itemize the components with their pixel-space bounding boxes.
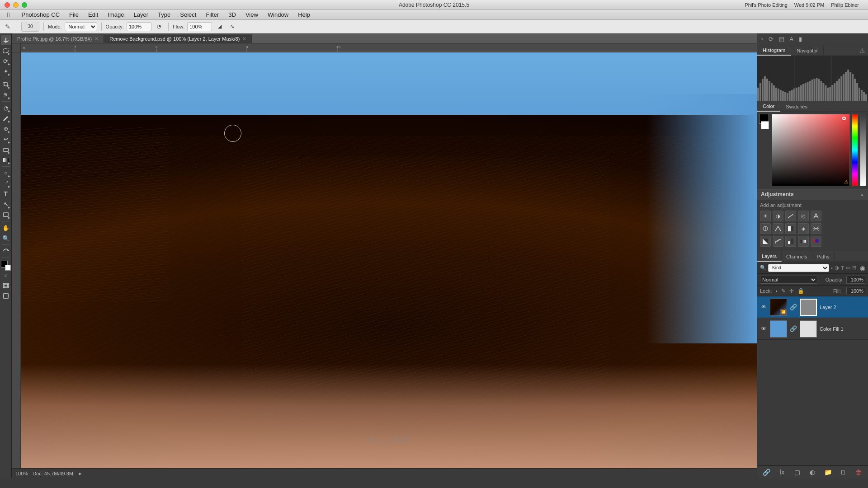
menu-select[interactable]: Select [176, 10, 200, 19]
tool-clone-stamp[interactable]: ⊕ ▶ [1, 124, 11, 134]
brush-preset-picker[interactable]: 30 [21, 22, 39, 32]
layers-tab-channels[interactable]: Channels [782, 251, 812, 262]
add-style-button[interactable]: fx [777, 467, 787, 477]
background-color-swatch[interactable] [761, 121, 769, 129]
layers-filter-pixel-icon[interactable]: ▪ [831, 265, 833, 271]
adj-invert[interactable] [760, 236, 771, 247]
tool-dodge[interactable]: ○ ▶ [1, 168, 11, 178]
canvas-container[interactable]: ⬟ 人人素材 [21, 52, 757, 468]
adj-channel-mixer[interactable] [811, 223, 821, 234]
tab-close-icon[interactable]: ✕ [94, 36, 98, 41]
tab-close-icon[interactable]: ✕ [242, 36, 246, 41]
layers-blend-mode-select[interactable]: Normal Dissolve Darken Multiply Color Bu… [760, 276, 817, 284]
tool-pen[interactable]: ▶ [1, 178, 11, 188]
color-warning-icon[interactable]: ⚠ [844, 179, 849, 185]
add-mask-button[interactable]: ▢ [793, 467, 802, 477]
lock-position-icon[interactable]: ✛ [789, 288, 794, 294]
adj-vibrance[interactable] [811, 211, 821, 221]
apple-menu[interactable]:  [4, 10, 13, 19]
histogram-warning-icon[interactable]: ⚠ [859, 47, 865, 54]
layers-tab-paths[interactable]: Paths [812, 251, 835, 262]
tab-remove-bg[interactable]: Remove Background.psd @ 100% (Layer 2, L… [104, 34, 252, 43]
tool-text[interactable]: T [1, 189, 11, 199]
add-group-button[interactable]: 📁 [823, 467, 833, 477]
swatches-tab[interactable]: Swatches [780, 101, 813, 112]
foreground-background-colors[interactable] [1, 261, 11, 271]
tool-hand[interactable]: ✋ [1, 223, 11, 233]
layers-filter-shape-icon[interactable]: ▭ [846, 265, 850, 271]
layers-filter-type-icon[interactable]: T [841, 265, 844, 271]
adj-photo-filter[interactable]: ◈ [798, 223, 809, 234]
panel-icon-4[interactable]: A [788, 35, 796, 43]
layers-filter-toggle[interactable]: ◉ [860, 264, 865, 272]
add-adjustment-button[interactable]: ◐ [807, 467, 817, 477]
minimize-button[interactable] [13, 2, 19, 8]
adjustments-collapse-icon[interactable]: ▲ [860, 192, 864, 197]
color-alpha-slider[interactable] [860, 114, 866, 186]
adj-curves[interactable] [785, 211, 796, 221]
lock-transparent-icon[interactable]: ▪ [775, 288, 777, 294]
layers-filter-adjust-icon[interactable]: ◑ [835, 265, 839, 271]
adj-black-white[interactable] [785, 223, 796, 234]
menu-image[interactable]: Image [104, 10, 127, 19]
fg-bg-swatches[interactable] [759, 114, 770, 187]
menu-type[interactable]: Type [154, 10, 174, 19]
layer-mask-thumbnail-layer2[interactable] [800, 299, 817, 316]
menu-edit[interactable]: Edit [85, 10, 102, 19]
color-picker-gradient[interactable]: ⚠ [772, 114, 850, 186]
panel-icon-3[interactable]: ▤ [777, 35, 786, 43]
adj-hue-sat[interactable] [760, 223, 771, 234]
tool-rotate-view[interactable] [1, 246, 11, 256]
panel-icon-2[interactable]: ⟳ [767, 35, 775, 43]
link-layers-button[interactable]: 🔗 [762, 467, 772, 477]
tool-path-selection[interactable]: ↖ ▶ [1, 199, 11, 209]
delete-layer-button[interactable]: 🗑 [854, 467, 863, 477]
menu-window[interactable]: Window [264, 10, 292, 19]
smoothing-icon[interactable]: ∿ [227, 22, 237, 32]
tool-artboard[interactable] [1, 291, 11, 301]
maximize-button[interactable] [22, 2, 27, 8]
adj-exposure[interactable]: ◎ [798, 211, 809, 221]
tool-history-brush[interactable]: ↩ ▶ [1, 134, 11, 144]
panel-icon-1[interactable]: ▫ [759, 35, 765, 43]
adj-brightness-contrast[interactable]: ☀ [760, 211, 771, 221]
menu-photoshop[interactable]: Photoshop CC [18, 10, 63, 19]
status-arrow[interactable]: ► [78, 471, 83, 476]
adjustments-header[interactable]: Adjustments ▲ [757, 189, 868, 200]
menu-layer[interactable]: Layer [130, 10, 152, 19]
layer-row-layer2[interactable]: 👁 📶 🔗 Layer 2 [757, 296, 868, 318]
color-hue-slider[interactable] [852, 114, 858, 186]
layers-tab-layers[interactable]: Layers [757, 251, 782, 262]
tool-move[interactable] [1, 35, 11, 45]
add-layer-button[interactable]: 🗋 [838, 467, 848, 477]
pressure-icon[interactable]: ◢ [215, 22, 225, 32]
opacity-input[interactable] [127, 22, 151, 31]
tool-magic-wand[interactable]: ✦ ▶ [1, 66, 11, 76]
flow-input[interactable] [187, 22, 212, 31]
panel-icon-5[interactable]: ▮ [797, 35, 804, 43]
tool-rectangular-marquee[interactable]: ▶ [1, 46, 11, 56]
tool-eyedropper[interactable]: ⚞ ▶ [1, 90, 11, 100]
close-button[interactable] [5, 2, 10, 8]
layers-kind-select[interactable]: Kind Name Effect Mode Attribute Color Sm… [768, 264, 829, 272]
layers-fill-input[interactable] [846, 287, 865, 295]
tool-brush[interactable]: ▶ [1, 113, 11, 123]
layer-visibility-icon-layer2[interactable]: 👁 [760, 304, 767, 310]
color-tab[interactable]: Color [757, 101, 780, 112]
menu-view[interactable]: View [242, 10, 262, 19]
histogram-tab[interactable]: Histogram [757, 45, 791, 56]
menu-3d[interactable]: 3D [225, 10, 240, 19]
tool-lasso[interactable]: ⟳ ▶ [1, 56, 11, 66]
tab-profile-pic[interactable]: Profile Pic.jpg @ 16.7% (RGB/8#) ✕ [12, 34, 104, 43]
tool-healing-brush[interactable]: ◔ ▶ [1, 103, 11, 113]
adj-color-balance[interactable] [773, 223, 783, 234]
navigator-tab[interactable]: Navigator [791, 45, 824, 56]
color-gradient-field[interactable] [772, 114, 849, 186]
adj-threshold[interactable] [785, 236, 796, 247]
layer-visibility-icon-colorfill1[interactable]: 👁 [760, 325, 767, 332]
adj-selective-color[interactable] [811, 236, 821, 247]
airbrush-icon[interactable]: ◔ [154, 22, 164, 32]
tool-zoom[interactable]: 🔍 [1, 233, 11, 243]
tool-gradient[interactable]: ▶ [1, 155, 11, 165]
tool-eraser[interactable]: ▶ [1, 145, 11, 155]
